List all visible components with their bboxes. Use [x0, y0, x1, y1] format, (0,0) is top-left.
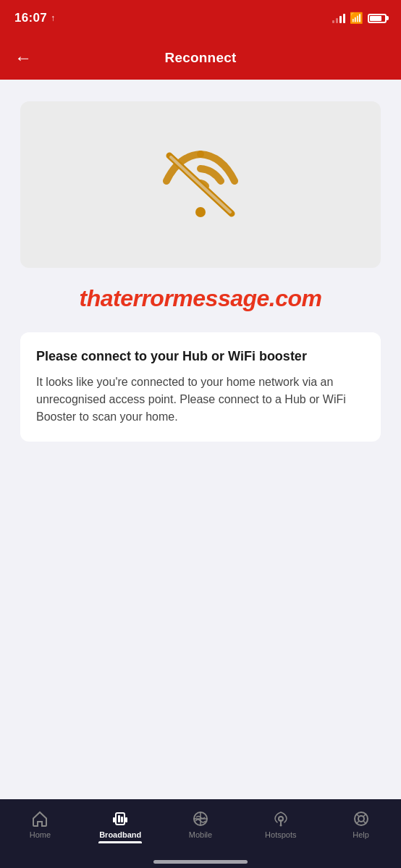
status-time: 16:07: [14, 11, 47, 25]
battery-icon: [368, 14, 387, 23]
help-icon: [353, 811, 369, 827]
tab-broadband-label: Broadband: [99, 830, 141, 839]
info-card-title: Please connect to your Hub or WiFi boost…: [36, 348, 365, 365]
status-icons: 📶: [332, 12, 387, 25]
home-indicator: [153, 860, 248, 864]
tab-mobile[interactable]: Mobile: [161, 806, 241, 843]
info-card: Please connect to your Hub or WiFi boost…: [20, 332, 381, 442]
broadband-icon: [111, 811, 130, 827]
wifi-status-icon: 📶: [350, 12, 363, 25]
tab-home-label: Home: [30, 830, 51, 839]
wifi-off-icon: [153, 141, 248, 228]
svg-point-14: [358, 816, 364, 822]
signal-icon: [332, 13, 345, 23]
svg-rect-4: [118, 815, 120, 822]
tab-help[interactable]: Help: [321, 806, 401, 843]
tab-hotspots-label: Hotspots: [265, 830, 296, 839]
svg-rect-5: [121, 817, 123, 822]
svg-rect-7: [125, 817, 127, 822]
svg-point-11: [279, 817, 283, 821]
error-site-name: thaterrormessage.com: [79, 285, 321, 312]
tab-bar: Home Broadband Mobile: [0, 799, 401, 868]
mobile-icon: [193, 811, 208, 827]
icon-container: [20, 101, 381, 268]
hotspots-icon: [273, 811, 289, 827]
tab-home[interactable]: Home: [0, 806, 80, 843]
status-bar: 16:07 ↑ 📶: [0, 0, 401, 36]
tab-broadband[interactable]: Broadband: [80, 806, 161, 843]
tab-help-label: Help: [353, 830, 369, 839]
navigation-bar: ← Reconnect: [0, 36, 401, 80]
page-title: Reconnect: [38, 50, 363, 66]
active-tab-indicator: [98, 841, 142, 843]
tab-hotspots[interactable]: Hotspots: [240, 806, 321, 843]
svg-rect-6: [113, 817, 115, 822]
main-content: thaterrormessage.com Please connect to y…: [0, 80, 401, 868]
tab-mobile-label: Mobile: [189, 830, 212, 839]
info-card-body: It looks like you're connected to your h…: [36, 374, 365, 426]
location-icon: ↑: [51, 13, 55, 23]
back-button[interactable]: ←: [9, 42, 38, 74]
svg-point-12: [279, 825, 282, 827]
svg-point-0: [195, 207, 206, 217]
home-icon: [31, 811, 48, 827]
